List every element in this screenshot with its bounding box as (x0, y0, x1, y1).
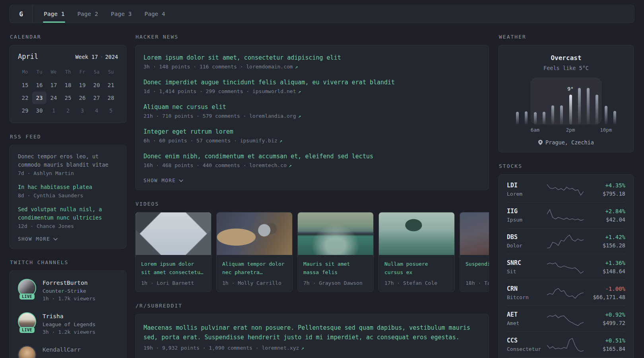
video-meta: 17h · Stefan Cole (379, 276, 454, 292)
rss-section-label: RSS FEED (10, 134, 126, 140)
stock-info: CRNBitcorn (507, 285, 547, 300)
weather-bar (613, 111, 616, 125)
tab-page-4[interactable]: Page 4 (138, 5, 171, 23)
chevron-down-icon (53, 238, 58, 241)
rss-item-link[interactable]: Donec tempor eros leo, ut commodo mauris… (18, 152, 118, 169)
twitch-avatar-wrap: LIVE (18, 312, 36, 331)
stock-ticker: LDI (507, 182, 547, 189)
hackernews-item: Aliquam nec cursus elit21h · 710 points … (144, 103, 481, 119)
weather-bar (551, 105, 554, 125)
calendar-dow-header: Sa (89, 66, 104, 79)
stock-values: +1.42%$156.28 (584, 234, 625, 249)
stock-info: LDILorem (507, 182, 547, 197)
calendar-day: 16 (32, 79, 47, 91)
stock-name: Dolor (507, 243, 547, 249)
calendar-day: 30 (32, 104, 47, 117)
weather-condition: Overcast (506, 54, 626, 62)
weather-bar (534, 112, 537, 125)
right-column: WEATHER Overcast Feels like 5°C 9° 6am2p… (499, 23, 634, 358)
external-link-icon: ↗ (301, 345, 304, 351)
stock-values: +2.84%$42.04 (584, 208, 625, 223)
hackernews-item-link[interactable]: Integer eget rutrum lorem (144, 128, 481, 135)
stock-price: $66,171.48 (584, 294, 625, 300)
rss-show-more-button[interactable]: SHOW MORE (18, 236, 118, 242)
stock-name: Lorem (507, 191, 547, 197)
hackernews-item: Donec enim nibh, condimentum et accumsan… (144, 153, 481, 168)
stock-row[interactable]: DBSDolor+1.42%$156.28 (507, 228, 625, 254)
stock-values: +4.35%$795.18 (584, 182, 625, 197)
hackernews-item-link[interactable]: Lorem ipsum dolor sit amet, consectetur … (144, 54, 481, 61)
calendar-day: 27 (89, 91, 104, 104)
external-link-icon: ↗ (289, 162, 292, 168)
stock-price: $499.72 (584, 320, 625, 326)
hackernews-item-link[interactable]: Donec enim nibh, condimentum et accumsan… (144, 153, 481, 160)
tab-page-2[interactable]: Page 2 (71, 5, 104, 23)
hackernews-item-link[interactable]: Aliquam nec cursus elit (144, 103, 481, 111)
stock-row[interactable]: AETAmet+0.92%$499.72 (507, 305, 625, 331)
stock-change: +1.36% (584, 260, 625, 266)
subreddit-post: Maecenas mollis pulvinar erat non posuer… (144, 323, 481, 351)
video-title: Suspendisse diam (460, 255, 489, 276)
calendar-grid: MoTuWeThFrSaSu15161718192021222324252627… (18, 66, 118, 117)
video-title: Mauris sit amet massa felis (298, 255, 373, 276)
hackernews-show-more-label: SHOW MORE (144, 177, 176, 183)
twitch-channel-meta: 3h · 1.2k viewers (43, 329, 95, 335)
stock-name: Sit (507, 268, 547, 274)
subreddit-post-link[interactable]: Maecenas mollis pulvinar erat non posuer… (144, 323, 481, 342)
left-column: CALENDAR April Week 17·2024 MoTuWeThFrSa… (10, 23, 126, 358)
twitch-channel-row[interactable]: LIVEForrestBurtonCounter-Strike1h · 1.7k… (18, 279, 118, 302)
dot-separator: · (100, 54, 103, 60)
hackernews-item-link[interactable]: Donec imperdiet augue tincidunt felis al… (144, 79, 481, 86)
stock-row[interactable]: CCSConsectetur+0.51%$165.84 (507, 331, 625, 357)
stock-price: $795.18 (584, 191, 625, 197)
stock-row[interactable]: SNRCSit+1.36%$148.64 (507, 254, 625, 280)
video-meta: 7h · Grayson Dawson (298, 276, 373, 292)
twitch-section-label: TWITCH CHANNELS (10, 259, 126, 265)
external-link-icon: ↗ (298, 88, 301, 94)
hackernews-item: Integer eget rutrum lorem6h · 60 points … (144, 128, 481, 144)
hackernews-item: Donec imperdiet augue tincidunt felis al… (144, 79, 481, 94)
rss-item-link[interactable]: In hac habitasse platea (18, 183, 118, 191)
stock-row[interactable]: IIGIpsum+2.84%$42.04 (507, 202, 625, 228)
twitch-channel-row[interactable]: LIVETrishaLeague of Legends3h · 1.2k vie… (18, 312, 118, 335)
twitch-channel-meta: 1h · 1.7k viewers (43, 296, 95, 302)
subreddit-section-label: /R/SUBREDDIT (136, 303, 489, 309)
rss-item-meta: 12d · Chance Jones (18, 223, 118, 229)
video-title: Nullam posuere cursus ex (379, 255, 454, 276)
weather-bar (578, 88, 581, 125)
stock-change: -1.00% (584, 286, 625, 292)
stock-values: +0.92%$499.72 (584, 311, 625, 326)
live-badge: LIVE (19, 327, 35, 333)
stock-ticker: SNRC (507, 259, 547, 267)
calendar-day: 5 (104, 104, 118, 117)
weather-bar (516, 112, 519, 125)
calendar-day-selected: 23 (32, 91, 47, 104)
top-navigation-bar: G Page 1Page 2Page 3Page 4 (10, 5, 634, 23)
hackernews-item: Lorem ipsum dolor sit amet, consectetur … (144, 54, 481, 70)
weather-current-temp: 9° (567, 86, 574, 92)
rss-item-meta: 7d · Ashlyn Martin (18, 170, 118, 176)
stock-row[interactable]: CRNBitcorn-1.00%$66,171.48 (507, 280, 625, 305)
video-card[interactable]: Mauris sit amet massa felis7h · Grayson … (297, 212, 374, 292)
middle-column: HACKER NEWS Lorem ipsum dolor sit amet, … (135, 23, 489, 358)
video-card[interactable]: Aliquam tempor dolor nec pharetra…1h · M… (216, 212, 293, 292)
stocks-section-label: STOCKS (499, 163, 634, 169)
weather-bar (560, 105, 563, 125)
video-card[interactable]: Suspendisse diam18h · Tara (460, 212, 489, 292)
video-thumbnail (460, 212, 489, 255)
stock-row[interactable]: LDILorem+4.35%$795.18 (507, 177, 625, 202)
tab-page-1[interactable]: Page 1 (37, 5, 71, 23)
twitch-channel-row[interactable]: KendallCarr (18, 346, 118, 358)
hackernews-show-more-button[interactable]: SHOW MORE (144, 177, 481, 183)
rss-item-link[interactable]: Sed volutpat nulla nisl, a condimentum n… (18, 205, 118, 222)
video-card[interactable]: Nullam posuere cursus ex17h · Stefan Col… (378, 212, 455, 292)
video-card[interactable]: Lorem ipsum dolor sit amet consectetu…1h… (135, 212, 211, 292)
tab-page-3[interactable]: Page 3 (105, 5, 138, 23)
twitch-channel-category: Counter-Strike (43, 288, 95, 294)
calendar-widget: April Week 17·2024 MoTuWeThFrSaSu1516171… (10, 45, 126, 123)
stock-info: IIGIpsum (507, 208, 547, 223)
weather-time-label: 6am (531, 127, 540, 133)
twitch-channel-info: ForrestBurtonCounter-Strike1h · 1.7k vie… (43, 279, 95, 302)
weather-bar (543, 112, 545, 125)
weather-location: Prague, Czechia (506, 139, 626, 146)
